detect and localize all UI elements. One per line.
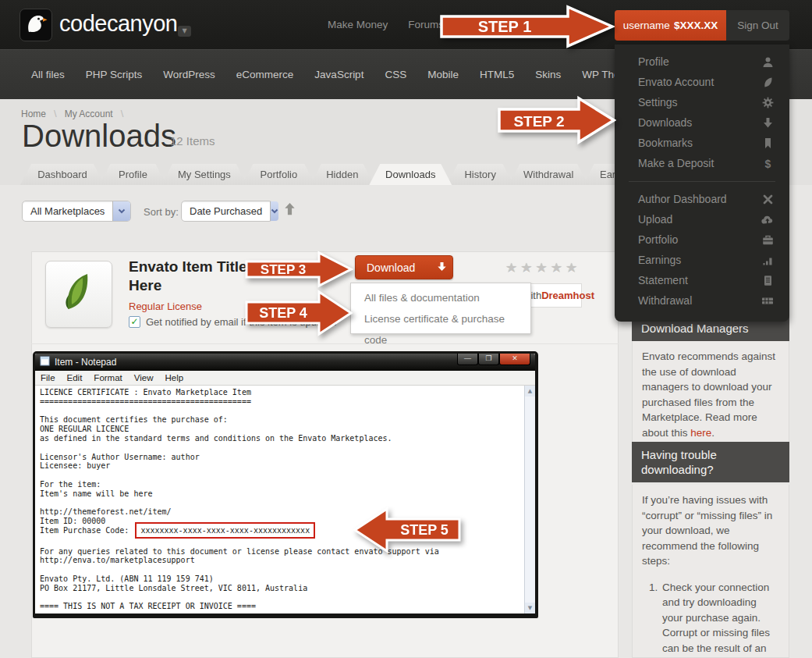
cat-all-files[interactable]: All files [31, 69, 65, 80]
notepad-content[interactable]: LICENCE CERTIFICATE : Envato Marketplace… [35, 386, 535, 614]
menu-item-statement[interactable]: Statement [615, 270, 789, 290]
brand-name[interactable]: codecanyon [59, 11, 177, 37]
menu-item-earnings[interactable]: Earnings [615, 250, 789, 270]
download-icon [761, 116, 774, 129]
rating-stars[interactable]: ★★★★★ [505, 260, 580, 276]
chevron-down-icon [270, 201, 278, 221]
menu-divider [629, 181, 775, 182]
menu-item-upload[interactable]: Upload [615, 209, 789, 229]
scroll-down-icon[interactable]: ▼ [525, 603, 535, 614]
row-divider [31, 343, 619, 344]
menu-item-settings[interactable]: Settings [615, 92, 789, 112]
menu-item-author-dashboard[interactable]: Author Dashboard [615, 189, 789, 209]
tab-portfolio[interactable]: Portfolio [242, 164, 315, 185]
sign-out-button[interactable]: Sign Out [726, 10, 789, 41]
menu-item-make-a-deposit[interactable]: Make a Deposit $ [615, 153, 789, 173]
svg-text:STEP 3: STEP 3 [261, 262, 306, 277]
breadcrumb: Home \ My Account \ [21, 108, 123, 119]
account-dropdown-menu: Profile Envato Account Settings Download… [615, 44, 789, 322]
marketplace-select[interactable]: All Marketplaces [22, 201, 131, 222]
tab-dashboard[interactable]: Dashboard [20, 164, 105, 185]
tab-hidden[interactable]: Hidden [310, 164, 374, 185]
trouble-step-1: Check your connection and try downloadin… [661, 580, 779, 658]
trouble-body: If you’re having issues with “corrupt” o… [632, 485, 789, 658]
sort-by-label: Sort by: [144, 206, 179, 218]
option-license-certificate[interactable]: License certificate & purchase code [351, 308, 530, 329]
cat-html5[interactable]: HTML5 [480, 69, 514, 80]
menu-file[interactable]: File [41, 373, 55, 382]
close-button[interactable]: ✕ [499, 354, 530, 365]
download-button[interactable]: Download [355, 255, 453, 279]
menu-item-downloads[interactable]: Downloads [615, 112, 789, 133]
menu-item-withdrawal[interactable]: Withdrawal [615, 290, 789, 311]
menu-item-bookmarks[interactable]: Bookmarks [615, 133, 789, 153]
dreamhost-link[interactable]: Dreamhost [541, 290, 594, 301]
username-balance-button[interactable]: username $XXX.XX [615, 10, 726, 41]
item-count: 12 Items [170, 134, 215, 148]
scroll-up-icon[interactable]: ▲ [525, 386, 535, 397]
top-header: codecanyon ▼ Make Money Forums Community… [0, 0, 812, 49]
trouble-steps-list: Check your connection and try downloadin… [642, 580, 779, 658]
cat-ecommerce[interactable]: eCommerce [236, 69, 294, 80]
item-title[interactable]: Envato Item Title Here [129, 258, 261, 295]
download-managers-body: Envato recommends against the use of dow… [632, 341, 789, 449]
notepad-scrollbar[interactable]: ▲ ▼ [524, 386, 535, 614]
menu-view[interactable]: View [134, 373, 154, 382]
step-2-arrow: STEP 2 [497, 95, 616, 145]
codecanyon-logo[interactable] [20, 9, 52, 41]
sort-select[interactable]: Date Purchased [181, 201, 273, 222]
tab-history[interactable]: History [447, 164, 514, 185]
menu-item-profile[interactable]: Profile [615, 52, 789, 72]
tab-my-settings[interactable]: My Settings [161, 164, 247, 185]
svg-text:STEP 5: STEP 5 [400, 522, 449, 538]
tab-withdrawal[interactable]: Withdrawal [509, 164, 588, 185]
balance-label: $XXX.XX [674, 20, 718, 31]
brand-caret-icon[interactable]: ▼ [178, 26, 191, 37]
cat-skins[interactable]: Skins [535, 69, 561, 80]
document-icon [761, 274, 774, 286]
menu-help[interactable]: Help [165, 373, 184, 382]
menu-item-portfolio[interactable]: Portfolio [615, 229, 789, 250]
svg-text:STEP 2: STEP 2 [513, 113, 564, 130]
notify-checkbox[interactable]: ✓ [129, 316, 140, 328]
download-options-menu: All files & documentation License certif… [350, 283, 531, 334]
item-thumbnail[interactable] [45, 261, 112, 328]
license-text-top: LICENCE CERTIFICATE : Envato Marketplace… [35, 386, 535, 526]
step-4-arrow: STEP 4 [244, 289, 353, 337]
tab-downloads[interactable]: Downloads [369, 164, 452, 185]
nav-make-money[interactable]: Make Money [328, 19, 388, 30]
step-1-arrow: STEP 1 [439, 4, 615, 49]
chevron-down-icon [112, 201, 130, 221]
breadcrumb-separator: \ [121, 108, 124, 119]
tab-profile[interactable]: Profile [99, 164, 166, 185]
minimize-button[interactable]: — [457, 354, 478, 365]
envato-leaf-icon [58, 272, 100, 317]
option-all-files[interactable]: All files & documentation [351, 287, 530, 308]
cat-javascript[interactable]: JavaScript [314, 69, 363, 80]
breadcrumb-my-account[interactable]: My Account [65, 108, 113, 119]
cat-css[interactable]: CSS [385, 69, 406, 80]
cloud-upload-icon [761, 213, 774, 226]
svg-text:STEP 1: STEP 1 [478, 18, 532, 35]
here-link[interactable]: here [690, 427, 711, 439]
cat-php-scripts[interactable]: PHP Scripts [86, 69, 143, 80]
gear-icon [761, 96, 774, 108]
download-arrow-icon [437, 261, 447, 274]
item-license[interactable]: Regular License [129, 301, 202, 312]
page-title: Downloads [22, 119, 176, 154]
breadcrumb-home[interactable]: Home [21, 108, 46, 119]
page: codecanyon ▼ Make Money Forums Community… [0, 0, 812, 658]
menu-item-envato-account[interactable]: Envato Account [615, 72, 789, 92]
notepad-menubar: File Edit Format View Help [35, 371, 535, 386]
notepad-title: Item - Notepad [55, 357, 116, 368]
username-label: username [623, 20, 670, 31]
svg-text:$: $ [764, 158, 771, 169]
user-icon [761, 55, 774, 68]
menu-format[interactable]: Format [94, 373, 122, 382]
cat-wordpress[interactable]: WordPress [163, 69, 215, 80]
cat-mobile[interactable]: Mobile [427, 69, 459, 80]
menu-edit[interactable]: Edit [67, 373, 83, 382]
sort-direction-icon[interactable] [284, 202, 296, 219]
maximize-button[interactable]: ❐ [478, 354, 499, 365]
notepad-titlebar[interactable]: Item - Notepad — ❐ ✕ [35, 354, 535, 371]
